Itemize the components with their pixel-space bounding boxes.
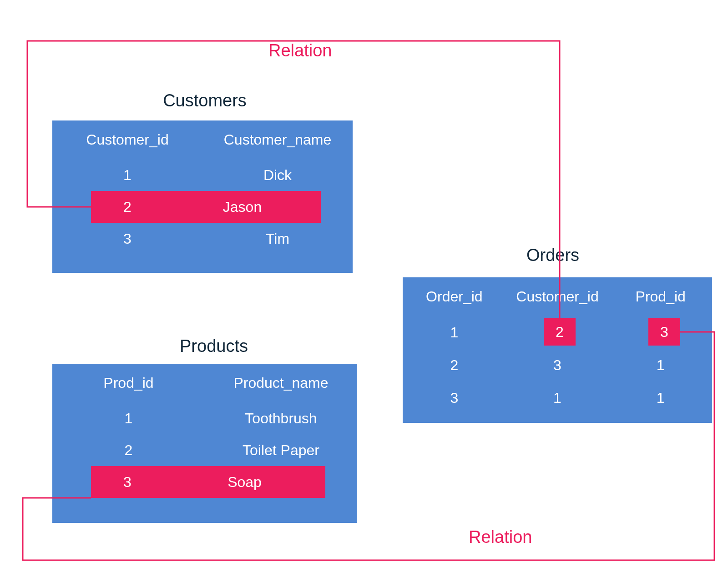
- table-row: 2 Toilet Paper: [52, 434, 357, 466]
- product-id-cell: 1: [52, 410, 205, 427]
- orders-header-customerid: Customer_id: [506, 288, 609, 305]
- products-title: Products: [168, 336, 259, 356]
- orders-header-orderid: Order_id: [403, 288, 506, 305]
- customer-id-cell: 1: [52, 167, 202, 184]
- customers-header-id: Customer_id: [52, 131, 202, 148]
- customers-header-row: Customer_id Customer_name: [52, 120, 353, 159]
- table-row: 2 3 1: [403, 349, 712, 381]
- order-id-cell: 2: [403, 357, 506, 374]
- table-row: 3 1 1: [403, 381, 712, 414]
- diagram-stage: { "labels": { "relation_top": "Relation"…: [0, 0, 728, 582]
- customers-title: Customers: [146, 91, 264, 110]
- relation-label-top: Relation: [268, 41, 332, 60]
- products-table: Prod_id Product_name 1 Toothbrush 2 Toil…: [52, 364, 357, 523]
- products-row-highlight: 3 Soap: [91, 466, 325, 498]
- product-name-cell: Toothbrush: [205, 410, 357, 427]
- customer-name-cell: Dick: [202, 167, 353, 184]
- orders-header-row: Order_id Customer_id Prod_id: [403, 277, 712, 316]
- customer-name-cell: Tim: [202, 231, 353, 247]
- products-header-id: Prod_id: [52, 375, 205, 391]
- order-customerid-cell: 3: [506, 357, 609, 374]
- orders-highlight-prodid: 3: [648, 318, 680, 346]
- orders-title: Orders: [519, 246, 587, 265]
- order-id-cell: 1: [403, 324, 506, 341]
- orders-highlight-customerid: 2: [544, 318, 576, 346]
- orders-table: Order_id Customer_id Prod_id 1 2 3 2 3 1…: [403, 277, 712, 423]
- product-id-cell: 3: [91, 474, 164, 491]
- products-header-name: Product_name: [205, 375, 357, 391]
- customers-row-highlight: 2 Jason: [91, 191, 321, 223]
- order-id-cell: 3: [403, 390, 506, 406]
- customer-name-cell: Jason: [164, 199, 321, 216]
- product-id-cell: 2: [52, 442, 205, 459]
- customers-header-name: Customer_name: [202, 131, 353, 148]
- table-row: 3 Tim: [52, 223, 353, 255]
- table-row: 1 Toothbrush: [52, 402, 357, 434]
- relation-label-bottom: Relation: [469, 527, 532, 547]
- customers-table: Customer_id Customer_name 1 Dick 2 Jason…: [52, 120, 353, 273]
- product-name-cell: Toilet Paper: [205, 442, 357, 459]
- table-row: 1 Dick: [52, 159, 353, 191]
- order-prodid-cell: 1: [609, 390, 712, 406]
- customer-id-cell: 2: [91, 199, 164, 216]
- order-customerid-cell: 1: [506, 390, 609, 406]
- order-prodid-cell: 1: [609, 357, 712, 374]
- product-name-cell: Soap: [164, 474, 325, 491]
- orders-header-prodid: Prod_id: [609, 288, 712, 305]
- products-header-row: Prod_id Product_name: [52, 364, 357, 402]
- customer-id-cell: 3: [52, 231, 202, 247]
